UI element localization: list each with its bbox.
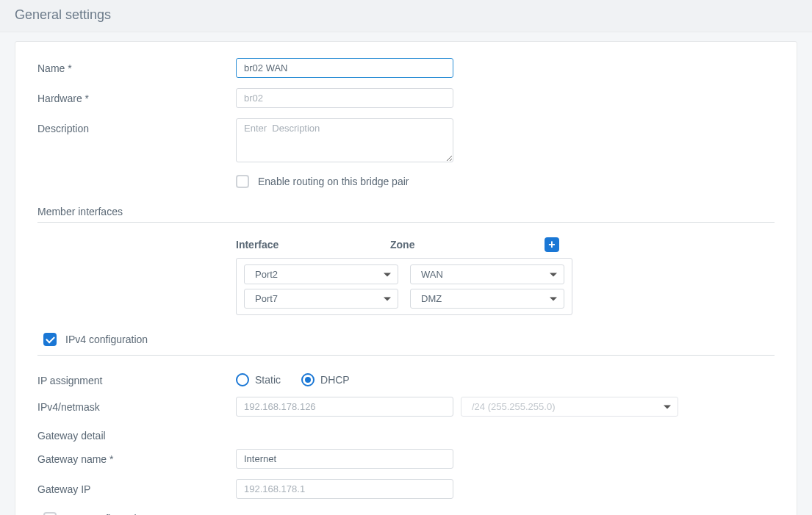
static-radio-wrap[interactable]: Static xyxy=(236,373,281,386)
ipv4-section-label: IPv4 configuration xyxy=(65,334,148,345)
zone-select-wrap: WAN xyxy=(410,264,564,284)
name-input[interactable] xyxy=(236,58,453,78)
static-radio-label: Static xyxy=(255,374,281,386)
name-label: Name * xyxy=(37,58,236,74)
hardware-label: Hardware * xyxy=(37,88,236,104)
zone-select[interactable]: WAN xyxy=(410,264,564,284)
gateway-ip-input xyxy=(236,479,453,499)
settings-panel: Name * Hardware * Description Enable rou… xyxy=(15,41,797,515)
gateway-name-input[interactable] xyxy=(236,449,453,469)
zone-column-header: Zone xyxy=(390,239,533,251)
ip-assignment-row: IP assignment Static DHCP xyxy=(37,370,775,386)
name-row: Name * xyxy=(37,58,775,78)
gateway-name-label: Gateway name * xyxy=(37,449,236,465)
description-textarea[interactable] xyxy=(236,118,453,162)
dhcp-radio[interactable] xyxy=(301,373,315,386)
dhcp-radio-wrap[interactable]: DHCP xyxy=(301,373,350,386)
netmask-select: /24 (255.255.255.0) xyxy=(461,397,678,417)
ipv4-checkbox-wrap[interactable]: IPv4 configuration xyxy=(37,333,148,346)
member-row: Port7 DMZ xyxy=(244,289,564,309)
member-interfaces-row: Interface Zone Port2 WAN Port7 xyxy=(37,237,775,315)
member-row: Port2 WAN xyxy=(244,264,564,284)
enable-routing-checkbox[interactable] xyxy=(236,175,249,188)
gateway-ip-row: Gateway IP xyxy=(37,479,775,499)
ipv4-address-input xyxy=(236,397,453,417)
static-radio[interactable] xyxy=(236,373,249,386)
ipv4-section-header: IPv4 configuration xyxy=(37,333,775,356)
dhcp-radio-label: DHCP xyxy=(320,374,350,386)
ipv6-checkbox-wrap[interactable]: IPv6 configuration xyxy=(37,512,775,515)
ip-assignment-radio-group: Static DHCP xyxy=(236,370,775,386)
ip-assignment-label: IP assignment xyxy=(37,370,236,386)
interface-select-wrap: Port2 xyxy=(244,264,398,284)
enable-routing-row: Enable routing on this bridge pair xyxy=(37,175,775,188)
ipv6-checkbox[interactable] xyxy=(43,512,57,515)
enable-routing-checkbox-wrap[interactable]: Enable routing on this bridge pair xyxy=(236,175,775,188)
hardware-input xyxy=(236,88,453,108)
interface-select[interactable]: Port2 xyxy=(244,264,398,284)
member-table-body: Port2 WAN Port7 DMZ xyxy=(236,258,572,315)
gateway-detail-heading: Gateway detail xyxy=(37,430,775,442)
description-label: Description xyxy=(37,118,236,134)
zone-select[interactable]: DMZ xyxy=(410,289,564,309)
member-table-head: Interface Zone xyxy=(236,237,559,252)
enable-routing-label: Enable routing on this bridge pair xyxy=(258,176,409,187)
ipv4-checkbox[interactable] xyxy=(43,333,57,346)
netmask-select-wrap: /24 (255.255.255.0) xyxy=(461,397,678,417)
gateway-name-row: Gateway name * xyxy=(37,449,775,469)
interface-column-header: Interface xyxy=(236,239,378,251)
zone-select-wrap: DMZ xyxy=(410,289,564,309)
description-row: Description xyxy=(37,118,775,165)
add-member-button[interactable] xyxy=(545,237,559,252)
netmask-row: IPv4/netmask /24 (255.255.255.0) xyxy=(37,397,775,417)
netmask-label: IPv4/netmask xyxy=(37,397,236,413)
page-title: General settings xyxy=(0,0,812,32)
member-interfaces-header: Member interfaces xyxy=(37,206,775,223)
interface-select[interactable]: Port7 xyxy=(244,289,398,309)
interface-select-wrap: Port7 xyxy=(244,289,398,309)
gateway-ip-label: Gateway IP xyxy=(37,479,236,495)
hardware-row: Hardware * xyxy=(37,88,775,108)
